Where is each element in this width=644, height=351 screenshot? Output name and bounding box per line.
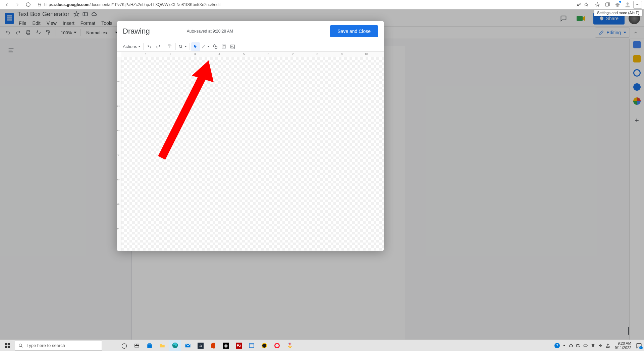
app-icon-window[interactable]: [246, 340, 258, 351]
app-icon-medal[interactable]: 🎖️: [284, 340, 296, 351]
favorites-icon[interactable]: [593, 1, 602, 9]
app-icon-diamond[interactable]: ◈: [220, 340, 232, 351]
input-tray-icon[interactable]: [605, 343, 610, 348]
svg-rect-31: [147, 344, 152, 348]
svg-point-7: [639, 4, 639, 5]
svg-rect-39: [606, 346, 609, 347]
mail-icon[interactable]: [182, 340, 194, 351]
svg-rect-21: [215, 46, 217, 48]
weather-widget[interactable]: [101, 341, 116, 351]
text-size-icon[interactable]: AA: [577, 2, 581, 7]
reload-button[interactable]: [23, 1, 33, 9]
opera-icon[interactable]: [271, 340, 283, 351]
profile-icon[interactable]: [623, 1, 632, 9]
svg-rect-1: [605, 3, 608, 6]
drawing-toolbar: Actions: [117, 42, 384, 52]
store-icon[interactable]: [144, 340, 156, 351]
search-placeholder: Type here to search: [26, 343, 65, 348]
svg-point-27: [19, 344, 22, 346]
edge-icon[interactable]: [169, 340, 181, 351]
shape-tool-button[interactable]: [211, 42, 220, 51]
file-explorer-icon[interactable]: [156, 340, 168, 351]
actions-dropdown[interactable]: Actions: [121, 42, 142, 51]
search-icon: [18, 343, 23, 348]
system-tray: ? 9:20 AM 9/11/2022 4: [552, 341, 644, 350]
svg-rect-38: [587, 345, 588, 346]
amazon-icon[interactable]: a: [195, 340, 207, 351]
lock-icon: [37, 2, 42, 7]
svg-rect-34: [249, 344, 254, 348]
drawing-dialog: Drawing Auto-saved at 9:20:28 AM Save an…: [117, 21, 384, 251]
zoom-drawing-button[interactable]: [177, 42, 188, 51]
svg-point-20: [213, 45, 216, 47]
line-tool-button[interactable]: [200, 42, 211, 51]
collections-icon[interactable]: [603, 1, 612, 9]
drawing-canvas-area: 1 2 3 4 5 6 7 8 9 10 1 2 3 4 5 6 7: [117, 52, 384, 251]
cortana-icon[interactable]: ◯: [118, 340, 130, 351]
svg-rect-36: [577, 344, 579, 347]
battery-tray-icon[interactable]: [583, 343, 588, 348]
svg-line-25: [162, 75, 204, 158]
onedrive-tray-icon[interactable]: [569, 343, 573, 348]
svg-point-18: [179, 45, 182, 47]
svg-point-3: [619, 4, 620, 5]
windows-taskbar: Type here to search ◯ a ◈ Fz 🎖️ ? 9:20 A…: [0, 340, 644, 351]
svg-point-5: [636, 4, 637, 5]
filezilla-icon[interactable]: Fz: [233, 340, 245, 351]
action-center-icon[interactable]: 4: [636, 343, 642, 349]
svg-rect-28: [135, 344, 137, 345]
url-text: https://docs.google.com/document/d/1Pv7K…: [44, 2, 574, 7]
wifi-tray-icon[interactable]: [591, 343, 595, 348]
forward-button[interactable]: [13, 1, 22, 9]
browser-top-bar: https://docs.google.com/document/d/1Pv7K…: [0, 0, 644, 9]
back-button[interactable]: [2, 1, 11, 9]
autosave-status: Auto-saved at 9:20:28 AM: [187, 29, 233, 34]
extension-badge-icon[interactable]: [613, 1, 622, 9]
task-view-icon[interactable]: [131, 340, 143, 351]
svg-point-6: [637, 4, 638, 5]
help-tray-icon[interactable]: ?: [554, 343, 560, 348]
address-bar[interactable]: https://docs.google.com/document/d/1Pv7K…: [34, 1, 592, 8]
tray-clock[interactable]: 9:20 AM 9/11/2022: [613, 341, 633, 350]
settings-more-button[interactable]: [633, 1, 642, 9]
read-aloud-icon[interactable]: [584, 2, 589, 7]
app-icon-yellow[interactable]: [258, 340, 270, 351]
taskbar-search[interactable]: Type here to search: [15, 341, 102, 351]
undo-drawing-button[interactable]: [145, 42, 154, 51]
svg-point-4: [627, 2, 629, 5]
text-box-tool-button[interactable]: [220, 42, 228, 51]
paint-format-drawing-button[interactable]: [165, 42, 174, 51]
redo-drawing-button[interactable]: [154, 42, 162, 51]
volume-tray-icon[interactable]: [598, 343, 603, 348]
red-arrow-annotation: [155, 57, 215, 161]
drawing-title: Drawing: [123, 27, 150, 36]
svg-rect-0: [38, 4, 41, 6]
svg-rect-17: [168, 45, 170, 46]
taskbar-pinned-apps: ◯ a ◈ Fz 🎖️: [118, 340, 296, 351]
image-tool-button[interactable]: [228, 42, 237, 51]
select-tool-button[interactable]: [191, 42, 200, 51]
drawing-canvas[interactable]: [121, 57, 384, 251]
svg-rect-30: [135, 346, 139, 347]
drawing-header: Drawing Auto-saved at 9:20:28 AM Save an…: [117, 21, 384, 42]
svg-rect-23: [231, 45, 234, 48]
start-button[interactable]: [0, 340, 15, 351]
ruler-vertical[interactable]: 1 2 3 4 5 6 7: [117, 57, 121, 251]
settings-tooltip: Settings and more (Alt+F): [594, 9, 642, 16]
svg-rect-37: [584, 345, 587, 347]
svg-point-2: [616, 4, 617, 5]
meet-now-tray-icon[interactable]: [576, 343, 581, 348]
svg-line-19: [202, 45, 205, 48]
save-and-close-button[interactable]: Save and Close: [330, 25, 378, 37]
tray-expand-icon[interactable]: [562, 344, 566, 347]
ruler-horizontal[interactable]: 1 2 3 4 5 6 7 8 9 10: [121, 52, 384, 57]
office-icon[interactable]: [207, 340, 219, 351]
svg-rect-29: [137, 344, 139, 345]
